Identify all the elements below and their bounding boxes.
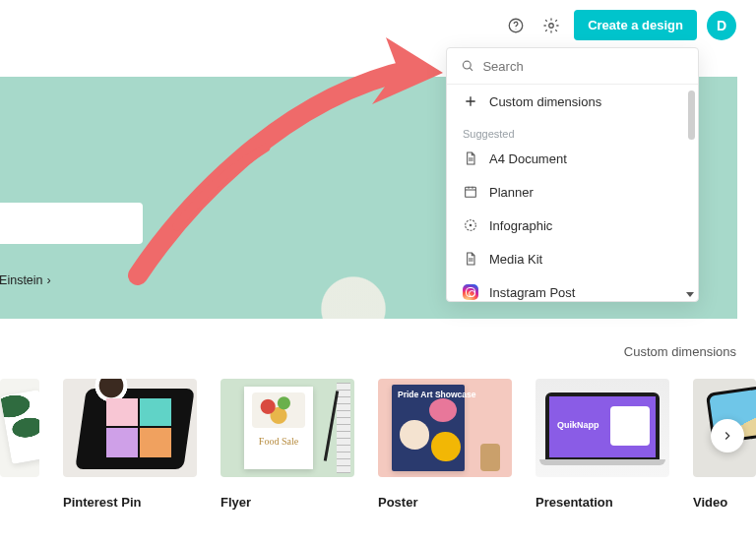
hero-quote[interactable]: nation." —Albert Einstein › bbox=[0, 273, 51, 287]
chevron-right-icon bbox=[721, 429, 734, 443]
carousel-next-button[interactable] bbox=[711, 419, 744, 452]
svg-point-6 bbox=[470, 224, 472, 227]
dropdown-search-input[interactable] bbox=[482, 59, 684, 74]
decorative-flower bbox=[304, 270, 403, 319]
template-carousel: Pinterest Pin Flyer Pride Art Showcase P… bbox=[0, 379, 756, 510]
top-bar: Create a design D bbox=[503, 10, 736, 40]
document-icon bbox=[463, 251, 478, 267]
template-label: Flyer bbox=[220, 495, 354, 510]
option-a4-document[interactable]: A4 Document bbox=[447, 142, 698, 175]
template-partial-left[interactable] bbox=[0, 379, 39, 477]
template-label: Presentation bbox=[536, 495, 669, 510]
template-pinterest-pin[interactable]: Pinterest Pin bbox=[63, 379, 197, 510]
search-icon bbox=[461, 58, 474, 74]
option-label: Instagram Post bbox=[489, 285, 575, 300]
option-instagram-post[interactable]: Instagram Post bbox=[447, 275, 698, 301]
instagram-icon bbox=[463, 284, 478, 300]
option-label: Media Kit bbox=[489, 252, 542, 267]
avatar[interactable]: D bbox=[707, 11, 736, 40]
svg-point-3 bbox=[463, 61, 471, 69]
hero-search-input[interactable] bbox=[0, 203, 143, 244]
template-label: Video bbox=[693, 495, 756, 510]
option-planner[interactable]: Planner bbox=[447, 175, 698, 209]
option-label: A4 Document bbox=[489, 151, 567, 166]
section-heading: Custom dimensions bbox=[624, 344, 736, 359]
gear-icon[interactable] bbox=[538, 13, 564, 38]
option-label: Infographic bbox=[489, 218, 552, 233]
chevron-right-icon: › bbox=[47, 273, 51, 287]
template-presentation[interactable]: Presentation bbox=[536, 379, 669, 510]
design-type-dropdown: Custom dimensions Suggested A4 Document … bbox=[446, 47, 699, 302]
hero-quote-text: nation." —Albert Einstein bbox=[0, 273, 43, 287]
template-label: Poster bbox=[378, 495, 512, 510]
option-infographic[interactable]: Infographic bbox=[447, 209, 698, 242]
plus-icon bbox=[463, 93, 478, 109]
svg-point-2 bbox=[549, 23, 554, 28]
template-poster[interactable]: Pride Art Showcase Poster bbox=[378, 379, 512, 510]
poster-text: Pride Art Showcase bbox=[398, 391, 476, 400]
scroll-down-indicator[interactable] bbox=[686, 292, 694, 297]
suggested-heading: Suggested bbox=[447, 118, 698, 142]
template-label: Pinterest Pin bbox=[63, 495, 197, 510]
svg-point-1 bbox=[516, 29, 517, 30]
option-media-kit[interactable]: Media Kit bbox=[447, 242, 698, 275]
calendar-icon bbox=[463, 184, 478, 200]
custom-dimensions-option[interactable]: Custom dimensions bbox=[447, 85, 698, 118]
option-label: Custom dimensions bbox=[489, 94, 601, 109]
dropdown-search[interactable] bbox=[447, 48, 698, 85]
document-icon bbox=[463, 151, 478, 166]
infographic-icon bbox=[463, 217, 478, 233]
create-design-button[interactable]: Create a design bbox=[574, 10, 697, 40]
svg-rect-4 bbox=[466, 187, 476, 197]
template-flyer[interactable]: Flyer bbox=[220, 379, 354, 510]
option-label: Planner bbox=[489, 185, 534, 200]
scrollbar[interactable] bbox=[688, 90, 695, 140]
help-icon[interactable] bbox=[503, 13, 529, 38]
